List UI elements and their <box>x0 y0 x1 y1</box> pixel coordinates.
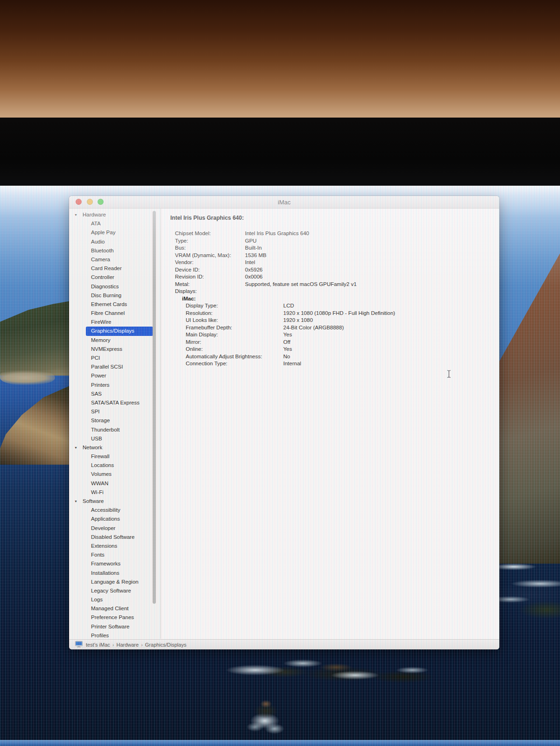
sidebar-item-logs[interactable]: Logs <box>69 595 161 604</box>
sidebar-item-fibre-channel[interactable]: Fibre Channel <box>69 309 161 318</box>
imac-display-icon <box>75 641 83 648</box>
info-label: Display Type: <box>186 302 218 310</box>
i-beam-text-cursor <box>447 370 451 380</box>
info-label: Connection Type: <box>186 360 227 368</box>
info-row-ui-looks-like: UI Looks like:1920 x 1080 <box>161 317 499 324</box>
sidebar-item-profiles[interactable]: Profiles <box>69 631 161 639</box>
photo-frame: iMac ▼HardwareATAApple PayAudioBluetooth… <box>0 0 560 746</box>
sidebar-item-language-region[interactable]: Language & Region <box>69 578 161 586</box>
sidebar-item-disc-burning[interactable]: Disc Burning <box>69 291 161 300</box>
info-row-online: Online:Yes <box>161 346 499 353</box>
sidebar-item-bluetooth[interactable]: Bluetooth <box>69 246 161 255</box>
info-label: Main Display: <box>186 331 218 339</box>
system-information-window: iMac ▼HardwareATAApple PayAudioBluetooth… <box>69 196 499 649</box>
breadcrumb-segment-graphics-displays: Graphics/Displays <box>145 642 187 648</box>
wallpaper-left-shore <box>0 369 55 385</box>
sidebar[interactable]: ▼HardwareATAApple PayAudioBluetoothCamer… <box>69 209 161 639</box>
sidebar-item-locations[interactable]: Locations <box>69 461 161 470</box>
info-value: Intel Iris Plus Graphics 640 <box>245 230 309 237</box>
info-label: Type: <box>175 237 188 245</box>
info-label: Online: <box>186 346 203 353</box>
sidebar-item-accessibility[interactable]: Accessibility <box>69 506 161 515</box>
sidebar-item-wwan[interactable]: WWAN <box>69 479 161 488</box>
info-row-imac: iMac: <box>161 295 499 303</box>
sidebar-item-fonts[interactable]: Fonts <box>69 551 161 559</box>
sidebar-item-thunderbolt[interactable]: Thunderbolt <box>69 425 161 434</box>
info-row-mirror: Mirror:Off <box>161 339 499 346</box>
info-row-vendor: Vendor:Intel <box>161 259 499 266</box>
sidebar-item-wi-fi[interactable]: Wi-Fi <box>69 488 161 497</box>
info-value: 24-Bit Color (ARGB8888) <box>283 324 344 332</box>
sidebar-item-camera[interactable]: Camera <box>69 255 161 264</box>
info-value: Intel <box>245 259 255 266</box>
sidebar-item-managed-client[interactable]: Managed Client <box>69 604 161 613</box>
sidebar-item-storage[interactable]: Storage <box>69 416 161 425</box>
sidebar-item-graphics-displays[interactable]: Graphics/Displays <box>86 327 153 335</box>
window-titlebar[interactable]: iMac <box>69 196 499 209</box>
info-row-resolution: Resolution:1920 x 1080 (1080p FHD - Full… <box>161 310 499 317</box>
sidebar-section-software[interactable]: ▼Software <box>69 497 161 506</box>
sidebar-item-firewire[interactable]: FireWire <box>69 318 161 327</box>
info-label: UI Looks like: <box>186 317 218 324</box>
sidebar-item-power[interactable]: Power <box>69 371 161 380</box>
sidebar-section-label: Hardware <box>83 212 106 217</box>
sidebar-item-frameworks[interactable]: Frameworks <box>69 559 161 568</box>
info-value: Yes <box>283 346 292 353</box>
info-label: Framebuffer Depth: <box>186 324 232 332</box>
sidebar-item-volumes[interactable]: Volumes <box>69 470 161 479</box>
info-label: Mirror: <box>186 339 201 346</box>
info-value: Supported, feature set macOS GPUFamily2 … <box>245 281 357 288</box>
sidebar-item-printers[interactable]: Printers <box>69 381 161 390</box>
info-value: 0x0006 <box>245 273 263 281</box>
breadcrumb: test’s iMac›Hardware›Graphics/Displays <box>86 642 186 648</box>
sidebar-section-network[interactable]: ▼Network <box>69 443 161 452</box>
sidebar-item-applications[interactable]: Applications <box>69 515 161 523</box>
info-value: Yes <box>283 331 292 339</box>
sidebar-item-sata-sata-express[interactable]: SATA/SATA Express <box>69 398 161 407</box>
sidebar-item-card-reader[interactable]: Card Reader <box>69 264 161 273</box>
info-row-device-id: Device ID:0x5926 <box>161 266 499 274</box>
sidebar-item-disabled-software[interactable]: Disabled Software <box>69 533 161 542</box>
sidebar-item-extensions[interactable]: Extensions <box>69 542 161 551</box>
disclosure-triangle-icon[interactable]: ▼ <box>74 443 77 452</box>
sidebar-item-developer[interactable]: Developer <box>69 524 161 533</box>
info-label: Revision ID: <box>175 273 204 281</box>
breadcrumb-segment-hardware: Hardware <box>116 642 139 648</box>
disclosure-triangle-icon[interactable]: ▼ <box>74 497 77 506</box>
sidebar-item-nvmexpress[interactable]: NVMExpress <box>69 345 161 354</box>
sidebar-item-apple-pay[interactable]: Apple Pay <box>69 228 161 237</box>
sidebar-item-printer-software[interactable]: Printer Software <box>69 622 161 631</box>
sidebar-item-sas[interactable]: SAS <box>69 390 161 398</box>
sidebar-item-controller[interactable]: Controller <box>69 273 161 282</box>
wallpaper-right-surf <box>494 559 560 624</box>
gpu-section-header: Intel Iris Plus Graphics 640: <box>170 215 244 221</box>
sidebar-item-parallel-scsi[interactable]: Parallel SCSI <box>69 363 161 371</box>
sidebar-item-installations[interactable]: Installations <box>69 569 161 578</box>
breadcrumb-separator: › <box>112 642 114 648</box>
sidebar-item-preference-panes[interactable]: Preference Panes <box>69 613 161 622</box>
sidebar-item-ethernet-cards[interactable]: Ethernet Cards <box>69 300 161 309</box>
info-value: 1536 MB <box>245 252 266 259</box>
sidebar-item-spi[interactable]: SPI <box>69 407 161 416</box>
content-pane[interactable]: Intel Iris Plus Graphics 640: Chipset Mo… <box>161 209 499 639</box>
sidebar-item-firewall[interactable]: Firewall <box>69 452 161 461</box>
dock-edge-strip <box>0 740 560 746</box>
disclosure-triangle-icon[interactable]: ▼ <box>74 210 77 219</box>
sidebar-scrollbar-thumb[interactable] <box>153 211 156 604</box>
info-label: iMac: <box>182 295 196 303</box>
info-row-chipset-model: Chipset Model:Intel Iris Plus Graphics 6… <box>161 230 499 237</box>
breadcrumb-separator: › <box>141 642 143 648</box>
sidebar-item-diagnostics[interactable]: Diagnostics <box>69 282 161 291</box>
sidebar-item-pci[interactable]: PCI <box>69 354 161 363</box>
info-row-connection-type: Connection Type:Internal <box>161 360 499 368</box>
info-row-framebuffer-depth: Framebuffer Depth:24-Bit Color (ARGB8888… <box>161 324 499 332</box>
sidebar-section-hardware[interactable]: ▼Hardware <box>69 210 161 219</box>
sidebar-item-ata[interactable]: ATA <box>69 219 161 228</box>
sidebar-item-audio[interactable]: Audio <box>69 237 161 246</box>
info-row-type: Type:GPU <box>161 237 499 245</box>
info-row-display-type: Display Type:LCD <box>161 302 499 310</box>
sidebar-item-legacy-software[interactable]: Legacy Software <box>69 586 161 595</box>
sidebar-item-memory[interactable]: Memory <box>69 336 161 345</box>
info-row-automatically-adjust-brightness: Automatically Adjust Brightness:No <box>161 353 499 361</box>
sidebar-item-usb[interactable]: USB <box>69 434 161 443</box>
